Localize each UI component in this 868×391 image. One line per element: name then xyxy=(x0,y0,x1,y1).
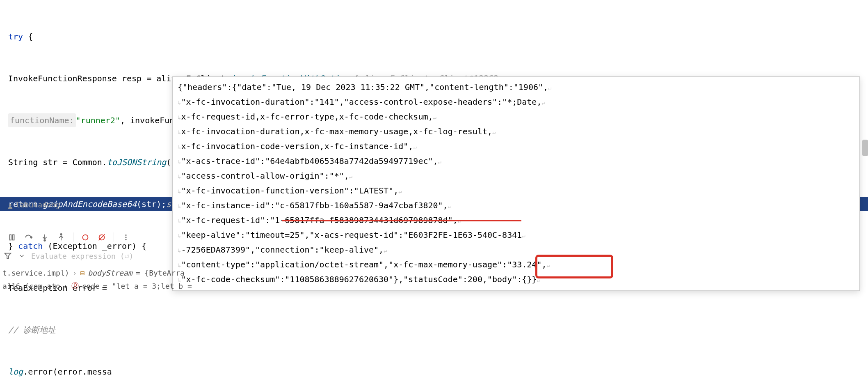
svg-point-7 xyxy=(60,234,62,235)
svg-rect-1 xyxy=(10,235,11,240)
mute-breakpoints-icon[interactable] xyxy=(97,233,106,242)
code-line: log.error(error.messa xyxy=(0,365,868,379)
variables-breadcrumb[interactable]: t.service.impl) › ⊟ bodyStream = {ByteAr… xyxy=(0,267,187,279)
code-text: { xyxy=(23,30,33,44)
evaluate-expression-input[interactable]: Evaluate expression (⏎) xyxy=(31,252,133,260)
keyword-try: try xyxy=(8,30,23,44)
svg-point-0 xyxy=(9,204,11,206)
param-hint: functionName: xyxy=(8,113,76,127)
pause-icon[interactable] xyxy=(7,233,16,242)
package-label: t.service.impl) xyxy=(2,269,69,277)
svg-point-3 xyxy=(31,237,32,238)
svg-rect-2 xyxy=(13,235,14,240)
debug-value-tooltip[interactable]: {"headers":{"date":"Tue, 19 Dec 2023 11:… xyxy=(172,76,860,291)
debug-toolbar xyxy=(3,230,135,245)
code-line: try { xyxy=(0,30,868,44)
svg-marker-14 xyxy=(5,253,11,259)
svg-point-13 xyxy=(125,239,126,240)
svg-point-11 xyxy=(125,235,126,236)
code-text: String str = Common. xyxy=(8,155,107,169)
variable-icon: ⊟ xyxy=(80,269,85,277)
code-text: (str); xyxy=(137,197,166,211)
author-name: labuladong xyxy=(16,200,60,209)
code-line: // 诊断地址 xyxy=(0,323,868,337)
variable-value: = {ByteArra xyxy=(136,269,185,277)
variable-value: = "let a = 3;let b = xyxy=(103,282,192,290)
variable-name[interactable]: bodyStream xyxy=(88,269,132,277)
evaluate-expression-row: Evaluate expression (⏎) xyxy=(3,251,133,260)
annotation-box xyxy=(535,255,613,278)
svg-point-8 xyxy=(83,235,88,240)
scrollbar-thumb[interactable] xyxy=(862,140,868,156)
code-text: (error.messa xyxy=(53,365,112,379)
author-annotation: labuladong xyxy=(7,200,60,209)
variables-breadcrumb-2[interactable]: a116 (com ato › ⓟ code = "let a = 3;let … xyxy=(0,279,194,292)
variable-name[interactable]: code xyxy=(82,282,100,290)
package-label: a116 (com ato xyxy=(2,282,60,290)
annotation-underline xyxy=(282,220,521,221)
step-out-icon[interactable] xyxy=(57,233,66,242)
step-into-icon[interactable] xyxy=(40,233,49,242)
more-icon[interactable] xyxy=(121,233,130,242)
separator xyxy=(73,232,73,242)
filter-icon[interactable] xyxy=(3,251,12,260)
step-over-icon[interactable] xyxy=(24,233,33,242)
chevron-down-icon[interactable] xyxy=(18,252,25,260)
method-call: toJSONString xyxy=(107,155,167,169)
svg-point-12 xyxy=(125,237,126,238)
property-icon: ⓟ xyxy=(71,281,79,291)
person-icon xyxy=(7,202,13,208)
method-call: .error xyxy=(23,365,53,379)
code-text: log xyxy=(8,365,23,379)
chevron-right-icon[interactable]: › xyxy=(64,282,68,290)
chevron-right-icon[interactable]: › xyxy=(73,269,77,277)
svg-point-5 xyxy=(44,240,46,242)
comment: // 诊断地址 xyxy=(8,323,56,337)
separator xyxy=(114,232,114,242)
code-text: InvokeFunctionResponse resp = xyxy=(8,71,156,85)
breakpoint-icon[interactable] xyxy=(81,233,90,242)
string-literal: "runner2" xyxy=(76,113,120,127)
